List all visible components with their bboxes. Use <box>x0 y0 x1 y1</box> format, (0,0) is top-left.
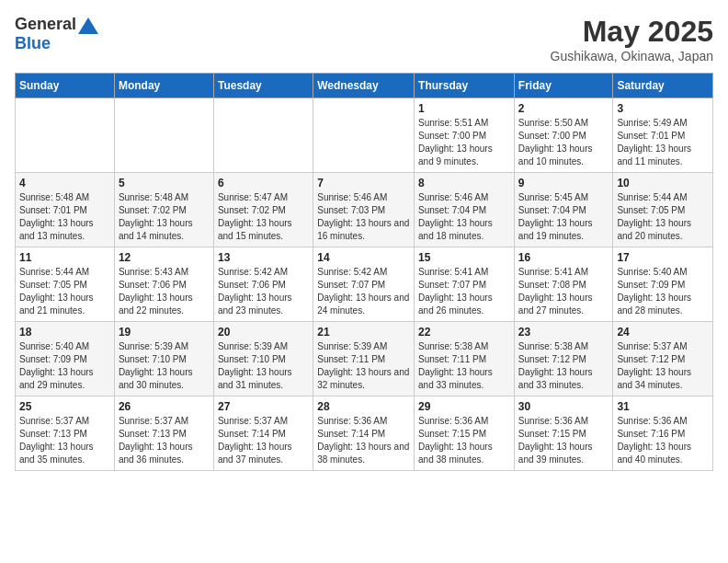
day-number: 30 <box>518 400 609 413</box>
cell-w4-d4: 22 Sunrise: 5:38 AMSunset: 7:11 PMDaylig… <box>415 322 515 396</box>
month-year-title: May 2025 <box>551 15 713 49</box>
day-info: Sunrise: 5:42 AMSunset: 7:06 PMDaylight:… <box>218 266 309 317</box>
cell-w2-d1: 5 Sunrise: 5:48 AMSunset: 7:02 PMDayligh… <box>114 173 213 247</box>
day-info: Sunrise: 5:46 AMSunset: 7:03 PMDaylight:… <box>317 191 410 243</box>
page-header: General Blue May 2025 Gushikawa, Okinawa… <box>15 15 713 63</box>
day-number: 20 <box>218 326 309 339</box>
day-info: Sunrise: 5:40 AMSunset: 7:09 PMDaylight:… <box>617 266 709 317</box>
day-number: 22 <box>418 326 510 339</box>
cell-w4-d5: 23 Sunrise: 5:38 AMSunset: 7:12 PMDaylig… <box>514 322 613 396</box>
day-number: 5 <box>119 177 210 190</box>
cell-w2-d4: 8 Sunrise: 5:46 AMSunset: 7:04 PMDayligh… <box>415 173 515 247</box>
location-subtitle: Gushikawa, Okinawa, Japan <box>551 49 713 63</box>
cell-w3-d3: 14 Sunrise: 5:42 AMSunset: 7:07 PMDaylig… <box>313 247 415 322</box>
cell-w4-d0: 18 Sunrise: 5:40 AMSunset: 7:09 PMDaylig… <box>16 322 115 396</box>
day-number: 18 <box>19 326 110 339</box>
day-info: Sunrise: 5:41 AMSunset: 7:08 PMDaylight:… <box>518 266 609 317</box>
day-info: Sunrise: 5:37 AMSunset: 7:13 PMDaylight:… <box>119 415 210 466</box>
day-number: 8 <box>418 177 510 190</box>
day-info: Sunrise: 5:40 AMSunset: 7:09 PMDaylight:… <box>19 340 110 392</box>
day-number: 16 <box>518 251 609 264</box>
day-info: Sunrise: 5:39 AMSunset: 7:11 PMDaylight:… <box>317 340 410 392</box>
day-info: Sunrise: 5:36 AMSunset: 7:14 PMDaylight:… <box>317 415 410 466</box>
logo-general-text: General <box>15 15 76 34</box>
header-saturday: Saturday <box>613 74 713 98</box>
day-info: Sunrise: 5:49 AMSunset: 7:01 PMDaylight:… <box>617 117 709 168</box>
cell-w1-d5: 2 Sunrise: 5:50 AMSunset: 7:00 PMDayligh… <box>514 98 613 173</box>
cell-w1-d2 <box>213 98 313 173</box>
day-number: 10 <box>617 177 709 190</box>
day-info: Sunrise: 5:43 AMSunset: 7:06 PMDaylight:… <box>119 266 210 317</box>
cell-w1-d1 <box>114 98 213 173</box>
week-row-2: 4 Sunrise: 5:48 AMSunset: 7:01 PMDayligh… <box>16 173 713 247</box>
day-number: 31 <box>617 400 709 413</box>
week-row-3: 11 Sunrise: 5:44 AMSunset: 7:05 PMDaylig… <box>16 247 713 322</box>
day-info: Sunrise: 5:51 AMSunset: 7:00 PMDaylight:… <box>418 117 510 168</box>
day-number: 27 <box>218 400 309 413</box>
header-tuesday: Tuesday <box>213 74 313 98</box>
cell-w5-d2: 27 Sunrise: 5:37 AMSunset: 7:14 PMDaylig… <box>213 396 313 471</box>
cell-w2-d0: 4 Sunrise: 5:48 AMSunset: 7:01 PMDayligh… <box>16 173 115 247</box>
day-info: Sunrise: 5:39 AMSunset: 7:10 PMDaylight:… <box>218 340 309 392</box>
cell-w3-d2: 13 Sunrise: 5:42 AMSunset: 7:06 PMDaylig… <box>213 247 313 322</box>
cell-w3-d5: 16 Sunrise: 5:41 AMSunset: 7:08 PMDaylig… <box>514 247 613 322</box>
cell-w5-d4: 29 Sunrise: 5:36 AMSunset: 7:15 PMDaylig… <box>415 396 515 471</box>
cell-w5-d6: 31 Sunrise: 5:36 AMSunset: 7:16 PMDaylig… <box>613 396 713 471</box>
header-friday: Friday <box>514 74 613 98</box>
day-info: Sunrise: 5:45 AMSunset: 7:04 PMDaylight:… <box>518 191 609 243</box>
day-number: 3 <box>617 102 709 115</box>
cell-w4-d6: 24 Sunrise: 5:37 AMSunset: 7:12 PMDaylig… <box>613 322 713 396</box>
cell-w4-d2: 20 Sunrise: 5:39 AMSunset: 7:10 PMDaylig… <box>213 322 313 396</box>
day-info: Sunrise: 5:41 AMSunset: 7:07 PMDaylight:… <box>418 266 510 317</box>
day-number: 23 <box>518 326 609 339</box>
cell-w3-d1: 12 Sunrise: 5:43 AMSunset: 7:06 PMDaylig… <box>114 247 213 322</box>
day-info: Sunrise: 5:47 AMSunset: 7:02 PMDaylight:… <box>218 191 309 243</box>
header-sunday: Sunday <box>16 74 115 98</box>
cell-w5-d3: 28 Sunrise: 5:36 AMSunset: 7:14 PMDaylig… <box>313 396 415 471</box>
day-number: 26 <box>119 400 210 413</box>
day-number: 9 <box>518 177 609 190</box>
cell-w2-d3: 7 Sunrise: 5:46 AMSunset: 7:03 PMDayligh… <box>313 173 415 247</box>
day-number: 1 <box>418 102 510 115</box>
day-info: Sunrise: 5:48 AMSunset: 7:01 PMDaylight:… <box>19 191 110 243</box>
day-number: 6 <box>218 177 309 190</box>
cell-w5-d0: 25 Sunrise: 5:37 AMSunset: 7:13 PMDaylig… <box>16 396 115 471</box>
cell-w4-d3: 21 Sunrise: 5:39 AMSunset: 7:11 PMDaylig… <box>313 322 415 396</box>
week-row-1: 1 Sunrise: 5:51 AMSunset: 7:00 PMDayligh… <box>16 98 713 173</box>
day-info: Sunrise: 5:44 AMSunset: 7:05 PMDaylight:… <box>617 191 709 243</box>
title-section: May 2025 Gushikawa, Okinawa, Japan <box>551 15 713 63</box>
day-number: 2 <box>518 102 609 115</box>
day-number: 21 <box>317 326 410 339</box>
header-thursday: Thursday <box>415 74 515 98</box>
day-info: Sunrise: 5:37 AMSunset: 7:12 PMDaylight:… <box>617 340 709 392</box>
header-wednesday: Wednesday <box>313 74 415 98</box>
week-row-4: 18 Sunrise: 5:40 AMSunset: 7:09 PMDaylig… <box>16 322 713 396</box>
cell-w4-d1: 19 Sunrise: 5:39 AMSunset: 7:10 PMDaylig… <box>114 322 213 396</box>
cell-w3-d0: 11 Sunrise: 5:44 AMSunset: 7:05 PMDaylig… <box>16 247 115 322</box>
day-info: Sunrise: 5:50 AMSunset: 7:00 PMDaylight:… <box>518 117 609 168</box>
day-info: Sunrise: 5:36 AMSunset: 7:16 PMDaylight:… <box>617 415 709 466</box>
day-info: Sunrise: 5:37 AMSunset: 7:13 PMDaylight:… <box>19 415 110 466</box>
cell-w3-d4: 15 Sunrise: 5:41 AMSunset: 7:07 PMDaylig… <box>415 247 515 322</box>
cell-w2-d5: 9 Sunrise: 5:45 AMSunset: 7:04 PMDayligh… <box>514 173 613 247</box>
header-monday: Monday <box>114 74 213 98</box>
day-number: 12 <box>119 251 210 264</box>
day-number: 11 <box>19 251 110 264</box>
day-info: Sunrise: 5:39 AMSunset: 7:10 PMDaylight:… <box>119 340 210 392</box>
logo: General Blue <box>15 15 98 53</box>
day-info: Sunrise: 5:38 AMSunset: 7:11 PMDaylight:… <box>418 340 510 392</box>
logo-blue-text: Blue <box>15 34 51 52</box>
logo-icon <box>78 17 98 34</box>
svg-marker-0 <box>78 17 98 34</box>
calendar-table: Sunday Monday Tuesday Wednesday Thursday… <box>15 73 713 471</box>
cell-w2-d6: 10 Sunrise: 5:44 AMSunset: 7:05 PMDaylig… <box>613 173 713 247</box>
cell-w5-d1: 26 Sunrise: 5:37 AMSunset: 7:13 PMDaylig… <box>114 396 213 471</box>
day-info: Sunrise: 5:36 AMSunset: 7:15 PMDaylight:… <box>418 415 510 466</box>
day-number: 13 <box>218 251 309 264</box>
day-number: 17 <box>617 251 709 264</box>
day-info: Sunrise: 5:48 AMSunset: 7:02 PMDaylight:… <box>119 191 210 243</box>
day-number: 14 <box>317 251 410 264</box>
day-number: 19 <box>119 326 210 339</box>
day-info: Sunrise: 5:46 AMSunset: 7:04 PMDaylight:… <box>418 191 510 243</box>
cell-w5-d5: 30 Sunrise: 5:36 AMSunset: 7:15 PMDaylig… <box>514 396 613 471</box>
